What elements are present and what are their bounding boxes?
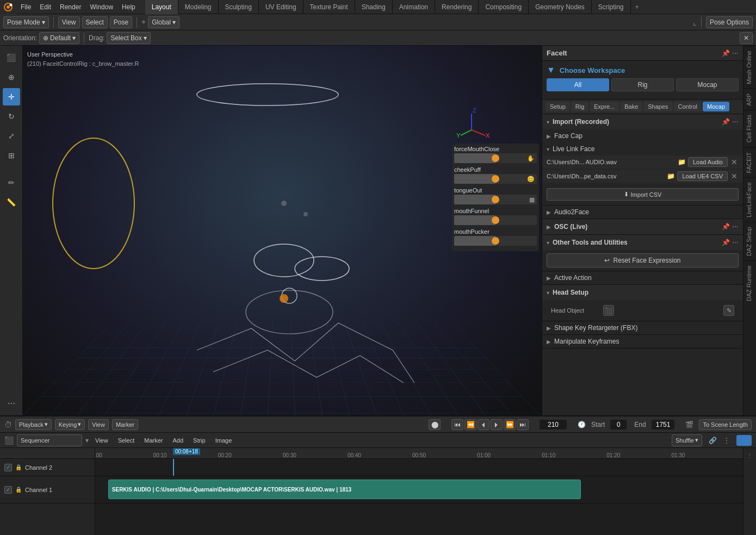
left-icon-extra[interactable]: ⋯ [3, 395, 20, 412]
setup-tab-bake[interactable]: Bake [620, 102, 642, 111]
toolbar-global-btn[interactable]: Global ▾ [148, 16, 179, 28]
close-x-btn[interactable]: ✕ [740, 32, 753, 44]
seq-select-item[interactable]: Select [115, 434, 138, 446]
ws-tab-layout[interactable]: Layout [145, 0, 178, 14]
default-orientation-btn[interactable]: ⊕ Default ▾ [39, 32, 79, 44]
seq-timeline[interactable]: 00:00 00:10 00:20 00:30 00:40 00:50 01:0… [95, 448, 743, 535]
seq-add-item[interactable]: Add [169, 434, 187, 446]
transport-start-btn[interactable]: ⏮ [451, 419, 463, 430]
tools-menu-icon[interactable]: ⋯ [732, 239, 739, 246]
keying-btn[interactable]: Keying ▾ [55, 419, 85, 430]
far-tab-livelink[interactable]: LiveLinkFace [743, 177, 756, 222]
left-icon-select[interactable]: ⬛ [3, 49, 20, 66]
far-tab-faceit[interactable]: FACEIT [743, 147, 756, 178]
setup-tab-control[interactable]: Control [674, 102, 702, 111]
live-link-face-header[interactable]: ▾ Live Link Face [542, 142, 743, 155]
osc-pin-icon[interactable]: 📌 [722, 223, 730, 231]
ws-tab-texture-paint[interactable]: Texture Paint [303, 0, 355, 14]
left-icon-scale[interactable]: ⤢ [3, 127, 20, 145]
audio2face-header[interactable]: ▶ Audio2Face [542, 206, 743, 219]
import-menu-icon[interactable]: ⋯ [732, 118, 739, 126]
other-tools-header[interactable]: ▾ Other Tools and Utilities 📌 ⋯ [542, 235, 743, 250]
osc-section-header[interactable]: ▶ OSC (Live) 📌 ⋯ [542, 219, 743, 234]
toolbar-pose-btn[interactable]: Pose [110, 16, 132, 28]
ws-tab-uv-editing[interactable]: UV Editing [259, 0, 303, 14]
ws-tab-rendering[interactable]: Rendering [435, 0, 479, 14]
seq-right-action-btn[interactable] [736, 435, 752, 446]
ws-tab-sculpting[interactable]: Sculpting [219, 0, 259, 14]
menu-edit[interactable]: Edit [35, 0, 55, 14]
ws-arrow-icon[interactable]: ▼ [547, 65, 555, 75]
transport-end-btn[interactable]: ⏭ [517, 419, 529, 430]
blend-bar-3[interactable] [454, 215, 537, 225]
import-section-header[interactable]: ▾ Import (Recorded) 📌 ⋯ [542, 114, 743, 129]
ws-tab-scripting[interactable]: Scripting [592, 0, 631, 14]
to-scene-btn[interactable]: To Scene Length [699, 419, 752, 430]
head-object-eyedrop-btn[interactable]: ✎ [723, 305, 734, 316]
far-tab-mesh-online[interactable]: Mesh Online [743, 46, 756, 89]
ws-tab-compositing[interactable]: Compositing [479, 0, 529, 14]
tl-view-btn[interactable]: View [88, 419, 109, 430]
transport-fwd-btn[interactable]: ⏩ [504, 419, 516, 430]
setup-tab-expre[interactable]: Expre... [590, 102, 619, 111]
load-csv-btn[interactable]: Load UE4 CSV [677, 171, 728, 181]
seq-image-item[interactable]: Image [212, 434, 236, 446]
seq-marker-item[interactable]: Marker [141, 434, 166, 446]
import-csv-btn[interactable]: ⬇ Import CSV [547, 188, 739, 201]
seq-view-item[interactable]: View [92, 434, 111, 446]
left-icon-measure[interactable]: 📏 [3, 194, 20, 211]
transport-back-btn[interactable]: ⏴ [478, 419, 489, 430]
menu-help[interactable]: Help [117, 0, 140, 14]
ws-tab-shading[interactable]: Shading [355, 0, 393, 14]
ws-tab-geometry-nodes[interactable]: Geometry Nodes [529, 0, 592, 14]
toolbar-pose-options-btn[interactable]: Pose Options [706, 16, 753, 28]
seq-far-right-icon[interactable]: ⋮ [723, 437, 730, 444]
setup-tab-shapes[interactable]: Shapes [643, 102, 672, 111]
toolbar-view-btn[interactable]: View [58, 16, 80, 28]
ws-tab-all[interactable]: All [547, 78, 609, 91]
menu-window[interactable]: Window [85, 0, 117, 14]
face-cap-header[interactable]: ▶ Face Cap [542, 129, 743, 142]
tl-marker-btn[interactable]: Marker [112, 419, 138, 430]
load-audio-btn[interactable]: Load Audio [688, 157, 728, 167]
seq-name-input[interactable] [17, 434, 82, 446]
active-action-header[interactable]: ▶ Active Action [542, 271, 743, 284]
channel-2-check[interactable]: ✓ [4, 464, 12, 471]
channel-1-check[interactable]: ✓ [4, 486, 12, 494]
blend-bar-1[interactable]: 😊 [454, 174, 537, 184]
menu-render[interactable]: Render [55, 0, 85, 14]
far-tab-daz-runtime[interactable]: DAZ Runtime [743, 260, 756, 306]
transport-prev-btn[interactable]: ⏪ [464, 419, 476, 430]
ws-tab-add[interactable]: + [631, 0, 643, 14]
menu-file[interactable]: File [16, 0, 35, 14]
seq-strip-item[interactable]: Strip [190, 434, 209, 446]
setup-tab-setup[interactable]: Setup [546, 102, 570, 111]
audio-folder-icon[interactable]: 📁 [678, 158, 686, 166]
transport-play-btn[interactable]: ⏵ [491, 419, 503, 430]
reset-face-btn[interactable]: ↩ Reset Face Expression [547, 253, 739, 268]
keyframe-dot-btn[interactable]: ⬤ [429, 419, 441, 430]
toolbar-mode-btn[interactable]: Pose Mode ▾ [3, 16, 49, 28]
head-object-icon-btn[interactable]: ⬛ [603, 305, 614, 316]
left-icon-cursor[interactable]: ⊕ [3, 69, 20, 86]
blend-bar-2[interactable]: ▦ [454, 195, 537, 204]
seq-dropdown-icon[interactable]: ▾ [85, 437, 89, 444]
far-tab-arp[interactable]: ARP [743, 89, 756, 110]
shape-key-header[interactable]: ▶ Shape Key Retargeter (FBX) [542, 321, 743, 334]
playback-btn[interactable]: Playback ▾ [15, 419, 52, 430]
csv-folder-icon[interactable]: 📁 [667, 172, 675, 180]
left-icon-rotate[interactable]: ↻ [3, 108, 20, 125]
left-icon-move[interactable]: ✛ [3, 88, 20, 105]
far-tab-cell-fluids[interactable]: Cell Fluids [743, 110, 756, 147]
seq-far-right-btn[interactable]: ⋮ [745, 450, 755, 461]
panel-pin-icon[interactable]: 📌 [722, 49, 730, 57]
audio-clip[interactable]: SERKIS AUDIO | C:\Users\Dhul-Quarnain\De… [108, 480, 581, 499]
csv-close-icon[interactable]: ✕ [730, 172, 739, 181]
ws-tab-rig[interactable]: Rig [611, 78, 674, 91]
seq-shuffle-dropdown[interactable]: Shuffle ▾ [672, 434, 702, 446]
audio-close-icon[interactable]: ✕ [730, 158, 739, 166]
ws-tab-animation[interactable]: Animation [393, 0, 435, 14]
left-icon-annotate[interactable]: ✏ [3, 174, 20, 191]
tools-pin-icon[interactable]: 📌 [722, 239, 730, 246]
head-setup-header[interactable]: ▾ Head Setup [542, 285, 743, 300]
